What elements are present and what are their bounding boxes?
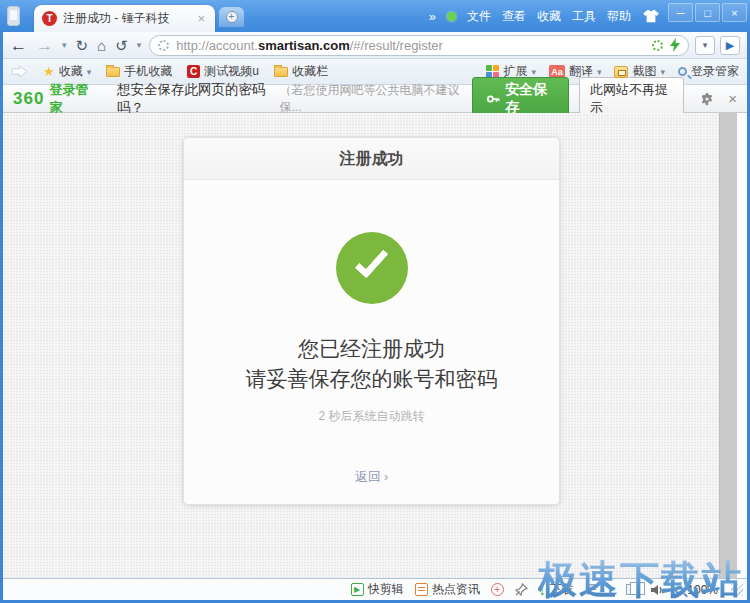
gear-icon[interactable]: [700, 92, 714, 106]
url-prefix: http://account.: [176, 38, 258, 53]
back-arrow-icon: ›: [384, 470, 388, 484]
history-caret-icon[interactable]: ▾: [62, 40, 67, 50]
hot-news-button[interactable]: 热点资讯: [415, 581, 480, 598]
redirect-countdown: 2 秒后系统自动跳转: [184, 408, 559, 425]
page-content: 注册成功 您已经注册成功 请妥善保存您的账号和密码 2 秒后系统自动跳转 返回›: [3, 113, 747, 578]
menu-help[interactable]: 帮助: [607, 8, 631, 25]
menu-tools[interactable]: 工具: [572, 8, 596, 25]
loading-icon: [158, 40, 169, 51]
title-bar: T 注册成功 - 锤子科技 × + » 文件 查看 收藏 工具 帮助 ─ □ ×: [0, 0, 750, 32]
screenshot-icon: [614, 66, 628, 78]
sidebar-arrow-icon[interactable]: [11, 65, 28, 78]
window-frame: ← → ▾ ↻ ⌂ ↺ ▾ http://account.smartisan.c…: [0, 32, 750, 603]
folder-icon: [106, 67, 120, 77]
status-bar: ▶ 快剪辑 热点资讯 + ↓ 下载 e: [3, 578, 747, 600]
add-gadget-icon[interactable]: +: [491, 583, 504, 596]
password-save-notification-bar: 360 登录管家 想安全保存此网页的密码吗？ （若您使用网吧等公共电脑不建议保.…: [3, 85, 747, 113]
menu-file[interactable]: 文件: [467, 8, 491, 25]
site-favicon-icon: T: [42, 11, 57, 26]
browser-window: T 注册成功 - 锤子科技 × + » 文件 查看 收藏 工具 帮助 ─ □ ×: [0, 0, 750, 603]
back-link[interactable]: 返回›: [184, 468, 559, 486]
c-site-icon: C: [187, 65, 200, 78]
address-dropdown-button[interactable]: ▾: [695, 36, 715, 55]
favorites-caret-icon: ▾: [87, 67, 92, 77]
url-text: http://account.smartisan.com/#/result/re…: [176, 38, 652, 53]
url-path: /#/result/register: [350, 38, 443, 53]
window-controls: ─ □ ×: [666, 3, 747, 22]
pin-icon[interactable]: [515, 583, 528, 596]
favorites-menu[interactable]: ★ 收藏 ▾: [43, 63, 91, 80]
maximize-button[interactable]: □: [695, 3, 720, 22]
resize-grip[interactable]: [731, 584, 743, 596]
success-message-line1: 您已经注册成功: [184, 334, 559, 364]
windows-layout-icon[interactable]: [626, 584, 639, 595]
browser-tab[interactable]: T 注册成功 - 锤子科技 ×: [34, 5, 215, 32]
zoom-control[interactable]: 100%: [675, 583, 718, 597]
smart-refresh-icon[interactable]: [652, 40, 663, 51]
mobile-app-icon[interactable]: [7, 6, 20, 26]
tab-title: 注册成功 - 锤子科技: [63, 10, 195, 27]
save-password-question: 想安全保存此网页的密码吗？: [117, 81, 278, 117]
new-tab-button[interactable]: +: [219, 7, 244, 27]
flag-icon[interactable]: [585, 583, 598, 596]
quick-editor-icon: ▶: [351, 583, 364, 596]
back-icon[interactable]: ←: [10, 37, 27, 54]
dialog-title: 注册成功: [184, 138, 559, 180]
notification-close-icon[interactable]: ×: [728, 90, 737, 107]
register-success-dialog: 注册成功 您已经注册成功 请妥善保存您的账号和密码 2 秒后系统自动跳转 返回›: [183, 137, 560, 505]
quick-editor-button[interactable]: ▶ 快剪辑: [351, 581, 404, 598]
restore-session-icon[interactable]: ↺: [115, 38, 128, 53]
magnifier-icon: [678, 67, 687, 76]
speed-lightning-icon[interactable]: [670, 38, 680, 52]
success-message-line2: 请妥善保存您的账号和密码: [184, 364, 559, 394]
news-icon: [415, 583, 428, 596]
speaker-icon[interactable]: [650, 584, 664, 596]
success-check-icon: [336, 232, 408, 304]
forward-icon[interactable]: →: [36, 37, 53, 54]
zoom-level: 100%: [687, 583, 718, 597]
folder-icon: [274, 67, 288, 77]
home-icon[interactable]: ⌂: [97, 38, 106, 53]
url-domain: smartisan.com: [258, 38, 350, 53]
restore-caret-icon[interactable]: ▾: [137, 40, 142, 50]
bookmark-favorites-folder[interactable]: 收藏栏: [274, 63, 328, 80]
ie-compat-icon[interactable]: e: [609, 581, 616, 598]
zoom-magnifier-icon: [675, 586, 683, 594]
minimize-button[interactable]: ─: [668, 3, 693, 22]
key-icon: [486, 92, 500, 106]
navigation-toolbar: ← → ▾ ↻ ⌂ ↺ ▾ http://account.smartisan.c…: [3, 32, 747, 59]
brand-login-manager-label: 登录管家: [49, 81, 97, 117]
vertical-scrollbar[interactable]: [719, 113, 737, 578]
bookmark-test-video[interactable]: C 测试视频u: [187, 63, 259, 80]
close-button[interactable]: ×: [722, 3, 747, 22]
menu-view[interactable]: 查看: [502, 8, 526, 25]
login-manager-button[interactable]: 登录管家: [678, 63, 739, 80]
overflow-chevron-icon[interactable]: »: [429, 9, 436, 24]
bookmark-phone-folder[interactable]: 手机收藏: [106, 63, 172, 80]
title-bar-menus: » 文件 查看 收藏 工具 帮助: [429, 0, 660, 32]
download-button[interactable]: ↓ 下载: [539, 581, 574, 598]
download-arrow-icon: ↓: [539, 582, 546, 598]
tab-close-icon[interactable]: ×: [195, 11, 207, 26]
go-button[interactable]: ▶: [720, 36, 740, 55]
address-bar[interactable]: http://account.smartisan.com/#/result/re…: [149, 35, 689, 56]
brand-360-logo: 360: [13, 89, 44, 109]
status-dot-icon: [447, 12, 456, 21]
refresh-icon[interactable]: ↻: [76, 38, 89, 53]
menu-favorites[interactable]: 收藏: [537, 8, 561, 25]
skin-theme-icon[interactable]: [642, 9, 660, 23]
star-icon: ★: [43, 64, 55, 79]
plus-icon: +: [226, 11, 238, 23]
save-password-hint: （若您使用网吧等公共电脑不建议保...: [280, 82, 465, 116]
